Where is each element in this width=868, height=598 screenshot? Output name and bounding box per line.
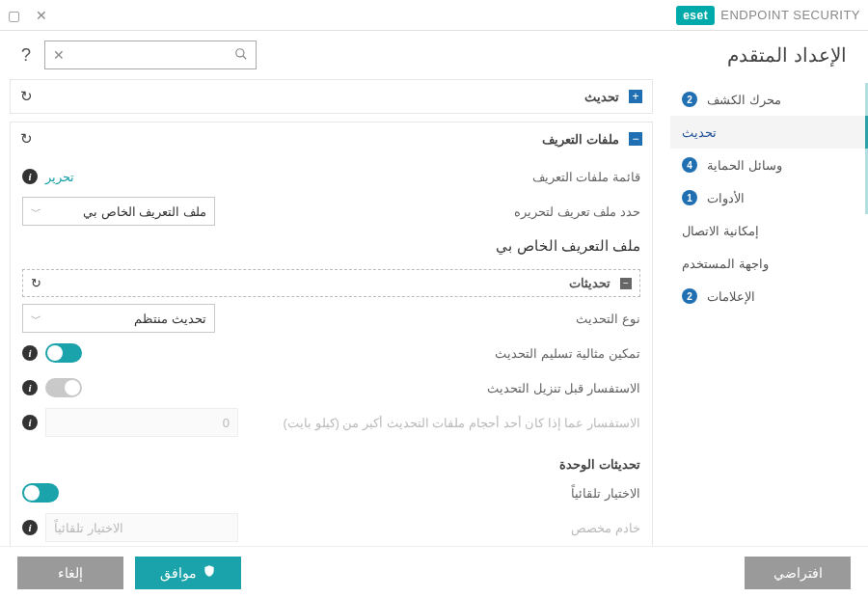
toggle-delivery-optimization[interactable] [45,343,82,363]
search-input[interactable] [65,48,234,63]
sidebar-item-label: واجهة المستخدم [682,257,769,271]
toggle-ask-before-download[interactable] [45,378,82,397]
row-label: حدد ملف تعريف لتحريره [225,204,640,219]
collapse-icon[interactable]: − [629,132,642,146]
search-icon [234,47,248,64]
row-label: قائمة ملفات التعريف [84,170,640,184]
sidebar-item-tools[interactable]: الأدوات 1 [670,181,868,214]
reset-icon[interactable]: ↻ [31,276,41,290]
button-label: إلغاء [58,565,83,581]
row-current-profile: ملف التعريف الخاص بي [22,229,640,263]
row-label: الاختيار تلقائياً [68,486,640,501]
close-icon[interactable]: ✕ [36,8,47,23]
panel-title: تحديث [42,90,619,104]
custom-server-input[interactable]: الاختيار تلقائياً [45,513,238,542]
row-ask-before-download: الاستفسار قبل تنزيل التحديث i [22,370,640,405]
sidebar-item-connectivity[interactable]: إمكانية الاتصال [670,214,868,247]
clear-search-icon[interactable]: ✕ [53,47,65,63]
profile-select[interactable]: ملف التعريف الخاص بي ﹀ [22,197,215,226]
brand-badge: eset [676,6,715,25]
sidebar-item-ui[interactable]: واجهة المستخدم [670,247,868,280]
sidebar-item-detection-engine[interactable]: محرك الكشف 2 [670,83,868,116]
sidebar-item-label: الأدوات [707,191,745,205]
sidebar-badge: 2 [682,288,697,304]
brand: eset ENDPOINT SECURITY [676,6,860,25]
main: محرك الكشف 2 تحديث وسائل الحماية 4 الأدو… [0,79,868,546]
collapse-icon[interactable]: − [620,278,632,289]
row-delivery-optimization: تمكين مثالية تسليم التحديث i [22,336,640,370]
row-label: الاستفسار عما إذا كان أحد أحجام ملفات ال… [248,416,640,430]
row-label: خادم مخصص [248,521,640,535]
reset-icon[interactable]: ↻ [20,88,33,105]
button-label: موافق [160,565,197,581]
titlebar: ✕ ▢ eset ENDPOINT SECURITY [0,0,868,31]
sidebar-item-update[interactable]: تحديث [670,116,868,149]
edit-link[interactable]: تحرير [45,170,74,184]
reset-icon[interactable]: ↻ [20,130,33,148]
update-type-select[interactable]: تحديث منتظم ﹀ [22,304,215,333]
row-select-profile: حدد ملف تعريف لتحريره ملف التعريف الخاص … [22,194,640,229]
brand-product: ENDPOINT SECURITY [720,8,860,22]
button-label: افتراضي [773,565,823,581]
row-label: تمكين مثالية تسليم التحديث [92,346,640,361]
row-label: الاستفسار قبل تنزيل التحديث [92,381,640,395]
search-input-wrapper[interactable]: ✕ [44,41,257,69]
default-button[interactable]: افتراضي [745,557,851,589]
maximize-icon[interactable]: ▢ [8,8,20,23]
sidebar-item-notifications[interactable]: الإعلامات 2 [670,280,868,313]
svg-point-0 [236,48,244,56]
info-icon[interactable]: i [22,345,38,361]
panel-profiles: − ملفات التعريف ↻ قائمة ملفات التعريف تح… [10,122,653,546]
sidebar-item-label: تحديث [682,125,717,140]
sidebar-item-label: إمكانية الاتصال [682,224,759,238]
row-custom-server: خادم مخصص الاختيار تلقائياً i [22,510,640,545]
toggle-auto-select[interactable] [22,483,59,503]
select-value: ملف التعريف الخاص بي [83,204,206,219]
cancel-button[interactable]: إلغاء [17,557,123,589]
sidebar-item-label: الإعلامات [707,289,755,304]
chevron-down-icon: ﹀ [31,204,41,219]
row-size-threshold: الاستفسار عما إذا كان أحد أحجام ملفات ال… [22,405,640,440]
sidebar: محرك الكشف 2 تحديث وسائل الحماية 4 الأدو… [670,79,868,546]
ok-button[interactable]: موافق [135,557,241,589]
row-update-type: نوع التحديث تحديث منتظم ﹀ [22,301,640,336]
panel-update-collapsed: + تحديث ↻ [10,79,653,114]
row-profile-list: قائمة ملفات التعريف تحرير i [22,159,640,194]
content: + تحديث ↻ − ملفات التعريف ↻ قائمة ملفات … [0,79,670,546]
panel-title: ملفات التعريف [42,132,619,147]
subheader-title: تحديثات [51,276,610,290]
svg-line-1 [243,55,247,59]
size-threshold-input[interactable]: 0 [45,408,238,437]
sidebar-badge: 2 [682,92,697,107]
shield-icon [203,564,216,581]
select-value: تحديث منتظم [134,312,206,326]
info-icon[interactable]: i [22,520,38,535]
page-title: الإعداد المتقدم [727,43,847,67]
header-row: الإعداد المتقدم ✕ ? [0,31,868,79]
info-icon[interactable]: i [22,169,38,184]
row-label: نوع التحديث [225,312,640,326]
sidebar-badge: 1 [682,190,697,205]
sidebar-badge: 4 [682,157,697,173]
info-icon[interactable]: i [22,415,38,430]
help-icon[interactable]: ? [21,45,31,66]
current-profile-label: ملف التعريف الخاص بي [22,237,640,255]
input-value: 0 [223,416,230,430]
chevron-down-icon: ﹀ [31,312,41,326]
subsection-module-updates: تحديثات الوحدة [22,457,640,472]
sidebar-item-label: وسائل الحماية [707,158,782,173]
footer: افتراضي موافق إلغاء [0,546,868,598]
subheader-updates: − تحديثات ↻ [22,269,640,297]
row-auto-select: الاختيار تلقائياً [22,476,640,510]
info-icon[interactable]: i [22,380,38,395]
sidebar-item-label: محرك الكشف [707,93,781,107]
input-value: الاختيار تلقائياً [54,521,123,535]
sidebar-item-protections[interactable]: وسائل الحماية 4 [670,149,868,181]
expand-icon[interactable]: + [629,90,642,103]
